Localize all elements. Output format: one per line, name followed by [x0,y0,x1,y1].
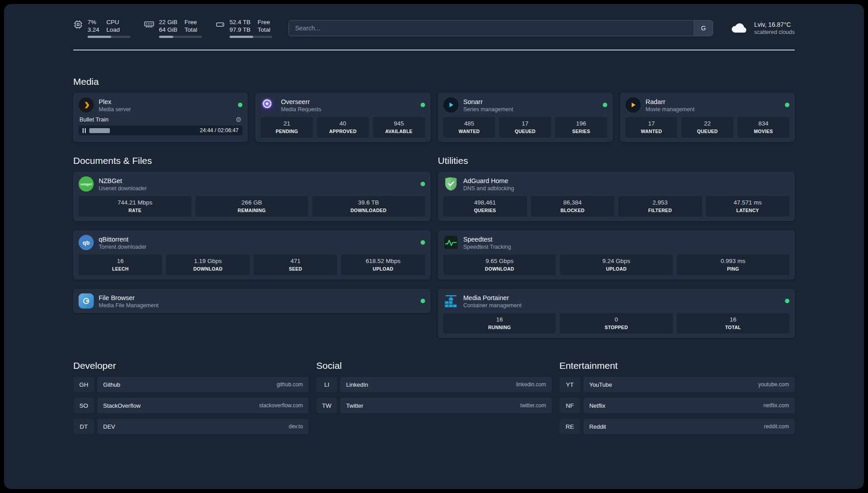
stat-value: 196 [557,120,605,127]
player-time: 24:44 / 02:06:47 [200,127,239,134]
bookmark-abbr: RE [559,419,580,434]
card-overseerr[interactable]: Overseerr Media Requests 21 PENDING 40 A… [255,93,430,142]
bookmark-stackoverflow[interactable]: SO StackOverflow stackoverflow.com [73,398,309,413]
stat-box: 9.24 Gbps UPLOAD [560,255,673,275]
bookmark-abbr: DT [73,419,94,434]
card-adguard[interactable]: AdGuard Home DNS and adblocking 498,461 … [438,172,795,221]
status-dot [421,182,425,186]
card-radarr[interactable]: Radarr Movie management 17 WANTED 22 QUE… [620,93,795,142]
cpu-load-label: Load [106,26,120,33]
search-input[interactable] [288,20,713,36]
stat-value: 744.21 Mbps [80,199,190,206]
bookmark-group-social: Social LI LinkedIn linkedin.com TW Twitt… [316,360,551,413]
cpu-usage-bar [88,36,130,38]
bookmark-reddit[interactable]: RE Reddit reddit.com [559,419,795,434]
status-dot [785,103,789,107]
cloud-icon [729,21,749,36]
stat-box: 9.65 Gbps DOWNLOAD [443,255,556,275]
stat-label: RUNNING [445,325,555,330]
bookmark-name: LinkedIn [346,381,368,388]
stat-label: WANTED [627,129,676,134]
gear-icon[interactable]: ⚙ [236,116,242,123]
stat-label: SERIES [557,129,605,134]
service-name: qBittorrent [99,235,146,243]
stat-box: 39.6 TB DOWNLOADED [312,196,425,217]
card-portainer[interactable]: Media Portainer Container management 16 … [438,289,795,338]
stat-value: 1.19 Gbps [168,257,248,265]
section-title-social: Social [316,360,551,371]
screenshot-frame: 7% 3.24 CPU Load 22 GiB [0,0,868,493]
bookmark-netflix[interactable]: NF Netflix netflix.com [559,398,795,413]
service-subtitle: Series management [463,106,513,113]
memory-total-value: 64 GiB [159,26,177,33]
disk-icon [215,20,225,29]
cpu-percent-value: 7% [88,18,99,26]
bookmark-url: github.com [277,381,303,388]
service-subtitle: Media File Management [99,302,159,309]
card-qbittorrent[interactable]: qb qBittorrent Torrent downloader 16 LEE… [73,230,430,280]
bookmark-url: linkedin.com [516,381,546,388]
card-filebrowser[interactable]: File Browser Media File Management [73,289,430,313]
player-progress-track[interactable] [89,128,196,133]
pause-icon[interactable] [83,128,86,133]
section-title-media: Media [73,76,795,87]
section-title-utilities: Utilities [438,155,795,166]
disk-usage-bar [230,36,272,38]
service-name: AdGuard Home [463,177,514,185]
memory-widget: 22 GiB 64 GiB Free Total [144,18,202,38]
memory-usage-bar-fill [159,36,173,38]
card-speedtest[interactable]: Speedtest Speedtest Tracking 9.65 Gbps D… [438,230,795,280]
bookmark-url: twitter.com [520,402,546,409]
section-title-developer: Developer [73,360,309,371]
stat-value: 22 [683,120,731,127]
bookmark-twitter[interactable]: TW Twitter twitter.com [316,398,551,413]
bookmark-abbr: LI [316,377,337,392]
stat-value: 21 [263,120,311,127]
disk-free-label: Free [258,18,271,26]
bookmark-name: DEV [103,423,115,430]
stat-label: BLOCKED [533,208,613,213]
service-name: Media Portainer [463,294,522,302]
stat-label: TOTAL [679,325,788,330]
portainer-icon [443,293,459,309]
bookmark-dev[interactable]: DT DEV dev.to [73,419,309,434]
card-plex[interactable]: Plex Media server Bullet Train ⚙ 24:44 /… [73,93,248,142]
stat-box: 196 SERIES [555,117,607,138]
stat-box: 1.19 Gbps DOWNLOAD [166,255,250,275]
memory-icon [144,20,154,29]
search-provider-button[interactable]: G [694,21,713,36]
cpu-widget: 7% 3.24 CPU Load [73,18,130,38]
stat-label: PING [679,266,788,272]
stat-value: 47.571 ms [708,199,788,206]
stat-label: QUEUED [501,129,549,134]
stat-label: AVAILABLE [375,129,423,134]
stat-box: 17 QUEUED [499,117,551,138]
stat-label: STOPPED [562,325,671,330]
player-progress-bar[interactable]: 24:44 / 02:06:47 [79,125,242,135]
bookmark-github[interactable]: GH Github github.com [73,377,309,392]
cpu-usage-bar-fill [88,36,111,38]
service-name: Sonarr [463,98,513,106]
card-nzbget[interactable]: nzbget NZBGet Usenet downloader 744.21 M… [73,172,430,221]
player-progress-fill [89,128,110,133]
bookmark-url: dev.to [289,423,303,430]
cpu-icon [73,20,83,29]
stat-value: 2,953 [620,199,700,206]
section-title-entertainment: Entertainment [559,360,795,371]
service-subtitle: Container management [463,302,522,309]
status-dot [238,103,242,107]
stat-label: LEECH [80,266,160,272]
qbittorrent-icon-label: qb [83,239,90,246]
bookmark-name: YouTube [589,381,612,388]
bookmark-name: StackOverflow [103,402,141,409]
overseerr-icon [261,97,276,113]
bookmark-linkedin[interactable]: LI LinkedIn linkedin.com [316,377,551,392]
bookmark-url: youtube.com [758,381,789,388]
bookmark-youtube[interactable]: YT YouTube youtube.com [559,377,795,392]
memory-free-value: 22 GiB [159,18,177,26]
stat-box: 16 TOTAL [677,313,790,334]
card-sonarr[interactable]: Sonarr Series management 485 WANTED 17 Q… [438,93,613,142]
service-subtitle: Media Requests [281,106,321,113]
memory-free-label: Free [184,18,197,26]
stat-value: 16 [679,316,788,323]
